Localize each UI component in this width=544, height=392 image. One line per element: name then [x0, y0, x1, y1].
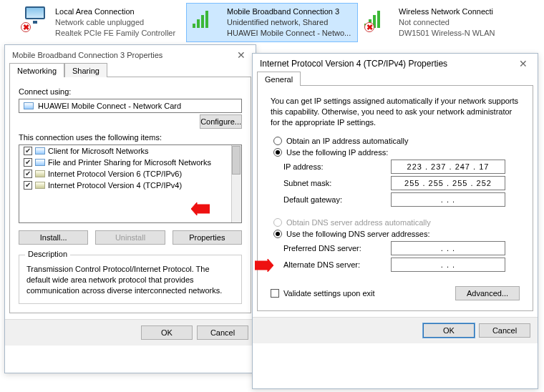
validate-label: Validate settings upon exit [283, 289, 375, 298]
network-item-wifi[interactable]: ✖ Wireless Network Connecti Not connecte… [358, 3, 530, 42]
network-device: Realtek PCIe FE Family Controller [55, 28, 175, 39]
list-item-label: File and Printer Sharing for Microsoft N… [48, 158, 211, 167]
radio-label: Obtain an IP address automatically [286, 137, 408, 145]
cancel-button[interactable]: Cancel [197, 325, 248, 340]
nic-icon [24, 102, 34, 109]
tabs: Networking Sharing [5, 62, 256, 77]
tab-networking[interactable]: Networking [9, 63, 64, 77]
window-title: Mobile Broadband Connection 3 Properties [12, 51, 162, 59]
protocol-icon [35, 170, 45, 177]
checkbox-icon[interactable]: ✔ [24, 181, 32, 190]
radio-label: Use the following IP address: [286, 148, 388, 157]
info-text: You can get IP settings assigned automat… [271, 96, 520, 128]
default-gateway-label: Default gateway: [283, 195, 391, 204]
network-item-lan[interactable]: ✖ Local Area Connection Network cable un… [14, 3, 186, 42]
alternate-dns-label: Alternate DNS server: [283, 260, 391, 269]
list-item[interactable]: ✔ Internet Protocol Version 6 (TCP/IPv6) [19, 168, 241, 180]
protocol-icon [35, 182, 45, 189]
close-icon[interactable]: ✕ [233, 49, 250, 61]
default-gateway-field[interactable]: . . . [391, 192, 505, 207]
items-label: This connection uses the following items… [19, 133, 242, 142]
tabs: General [253, 71, 538, 85]
ip-address-field[interactable]: 223 . 237 . 247 . 17 [391, 160, 505, 174]
configure-button[interactable]: Configure... [200, 114, 242, 129]
list-item[interactable]: ✔ Client for Microsoft Networks [19, 145, 241, 157]
connection-properties-window: Mobile Broadband Connection 3 Properties… [4, 44, 256, 373]
list-item-label: Client for Microsoft Networks [48, 147, 149, 155]
network-item-mobile[interactable]: Mobile Broadband Connection 3 Unidentifi… [186, 3, 358, 42]
uninstall-button: Uninstall [95, 230, 165, 245]
description-text: Transmission Control Protocol/Internet P… [26, 264, 234, 296]
tab-sharing[interactable]: Sharing [64, 63, 107, 77]
checkbox-icon [271, 289, 279, 298]
checkbox-icon[interactable]: ✔ [24, 170, 32, 178]
service-icon [35, 147, 45, 155]
ip-address-label: IP address: [283, 162, 391, 171]
ok-button[interactable]: OK [141, 325, 193, 340]
validate-checkbox[interactable]: Validate settings upon exit [271, 289, 375, 298]
description-legend: Description [25, 250, 70, 258]
window-title: Internet Protocol Version 4 (TCP/IPv4) P… [260, 59, 447, 69]
lan-icon: ✖ [21, 6, 49, 32]
advanced-button[interactable]: Advanced... [455, 286, 520, 300]
list-item[interactable]: ✔ Internet Protocol Version 4 (TCP/IPv4) [19, 180, 241, 191]
cancel-button[interactable]: Cancel [479, 323, 530, 338]
scrollbar[interactable] [231, 145, 241, 222]
signal-icon [193, 6, 221, 32]
radio-icon [273, 137, 282, 145]
network-status: Not connected [399, 17, 495, 28]
radio-dns-manual[interactable]: Use the following DNS server addresses: [273, 230, 520, 238]
connect-using-label: Connect using: [19, 87, 242, 96]
network-device: DW1501 Wireless-N WLAN [399, 28, 495, 39]
adapter-combo[interactable]: HUAWEI Mobile Connect - Network Card [19, 99, 242, 113]
description-group: Description Transmission Control Protoco… [19, 255, 242, 304]
ipv4-properties-window: Internet Protocol Version 4 (TCP/IPv4) P… [252, 53, 538, 389]
network-status: Network cable unplugged [55, 17, 175, 28]
annotation-arrow-icon [191, 202, 210, 215]
network-connections-panel: ✖ Local Area Connection Network cable un… [0, 0, 544, 42]
adapter-name: HUAWEI Mobile Connect - Network Card [38, 102, 181, 110]
network-title: Wireless Network Connecti [399, 6, 495, 17]
radio-dns-auto: Obtain DNS server address automatically [273, 218, 520, 227]
checkbox-icon[interactable]: ✔ [24, 158, 32, 167]
properties-button[interactable]: Properties [173, 230, 242, 245]
alternate-dns-field[interactable]: . . . [391, 258, 505, 272]
install-button[interactable]: Install... [19, 230, 88, 245]
preferred-dns-label: Preferred DNS server: [283, 244, 391, 253]
radio-icon [273, 218, 282, 227]
network-title: Mobile Broadband Connection 3 [227, 6, 351, 17]
list-item[interactable]: ✔ File and Printer Sharing for Microsoft… [19, 157, 241, 168]
checkbox-icon[interactable]: ✔ [24, 147, 32, 155]
radio-icon [273, 148, 282, 157]
subnet-mask-label: Subnet mask: [283, 179, 391, 187]
tab-general[interactable]: General [257, 72, 301, 86]
subnet-mask-field[interactable]: 255 . 255 . 255 . 252 [391, 176, 505, 190]
list-item-label: Internet Protocol Version 4 (TCP/IPv4) [48, 181, 182, 190]
list-item-label: Internet Protocol Version 6 (TCP/IPv6) [48, 170, 182, 178]
radio-ip-auto[interactable]: Obtain an IP address automatically [273, 137, 520, 145]
radio-label: Use the following DNS server addresses: [286, 230, 430, 238]
radio-label: Obtain DNS server address automatically [286, 218, 431, 227]
ok-button[interactable]: OK [423, 323, 475, 338]
network-status: Unidentified network, Shared [227, 17, 351, 28]
radio-icon [273, 230, 282, 238]
wifi-icon: ✖ [364, 6, 393, 32]
annotation-arrow-icon [255, 259, 273, 272]
close-icon[interactable]: ✕ [515, 58, 532, 69]
network-device: HUAWEI Mobile Connect - Netwo... [227, 28, 351, 39]
radio-ip-manual[interactable]: Use the following IP address: [273, 148, 520, 157]
network-title: Local Area Connection [55, 6, 175, 17]
service-icon [35, 159, 45, 166]
preferred-dns-field[interactable]: . . . [391, 241, 505, 255]
